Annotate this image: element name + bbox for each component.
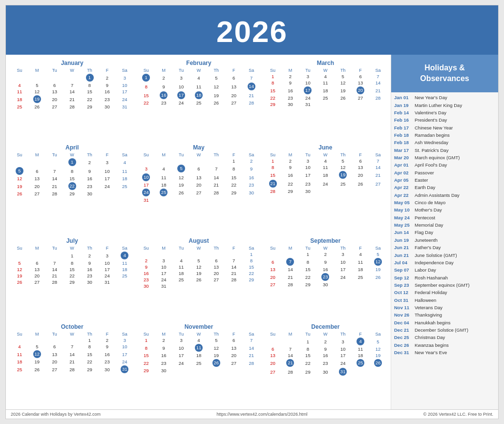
cal-table-september: SuMTuWThFSa 12345 6789101112 13141516171… xyxy=(264,245,387,288)
holiday-item: Feb 14Valentine's Day xyxy=(394,109,495,116)
holiday-item: Dec 26Kwanzaa begins xyxy=(394,341,495,349)
holiday-item: Sep 07Labor Day xyxy=(394,267,495,274)
holiday-name: Pentecost xyxy=(415,215,435,221)
holiday-item: Dec 25Christmas Day xyxy=(394,334,495,341)
cal-table-march: SuMTuWThFSa 1234567 891011121314 1516171… xyxy=(264,67,387,107)
month-title-october: October xyxy=(11,323,133,330)
holiday-item: Apr 05Easter xyxy=(394,177,495,184)
holiday-name: Martin Luther King Day xyxy=(415,103,462,108)
holiday-name: Memorial Day xyxy=(415,222,443,228)
month-october: October SuMTuWThFSa 123 45678910 1112131… xyxy=(10,322,134,407)
holiday-item: Nov 11Veterans Day xyxy=(394,304,495,311)
holiday-name: Flag Day xyxy=(415,230,433,235)
holiday-date: Feb 17 xyxy=(394,125,412,131)
holiday-item: Apr 01April Fool's Day xyxy=(394,162,495,169)
footer-left: 2026 Calendar with Holidays by Vertex42.… xyxy=(11,412,101,417)
holiday-date: Apr 22 xyxy=(394,192,412,198)
holiday-name: Veterans Day xyxy=(415,305,442,311)
holiday-date: Nov 26 xyxy=(394,312,412,318)
cal-table-november: SuMTuWThFSa 1234567 891011121314 1516171… xyxy=(137,331,260,374)
cal-table-february: SuMTuWThFSa 1234567 891011121314 1516171… xyxy=(137,67,260,106)
month-title-february: February xyxy=(137,60,260,66)
month-august: August SuMTuWThFSa 1 2345678 91011121314… xyxy=(136,236,261,320)
holiday-item: Mar 17St. Patrick's Day xyxy=(394,147,495,154)
holiday-name: Chinese New Year xyxy=(415,125,453,131)
year-banner: 2026 xyxy=(6,5,498,55)
page: 2026 January SuMTuWThFSa 123 45678910 11… xyxy=(5,5,499,419)
holidays-list: Jan 01New Year's DayJan 19Martin Luther … xyxy=(391,92,498,409)
holiday-date: Dec 26 xyxy=(394,342,412,348)
month-april: April SuMTuWThFSa 1234 567891011 1213141… xyxy=(10,143,134,234)
holiday-date: Apr 02 xyxy=(394,170,412,176)
holiday-name: Juneteenth xyxy=(415,237,438,243)
holidays-header: Holidays &Observances xyxy=(391,55,498,92)
month-march: March SuMTuWThFSa 1234567 891011121314 1… xyxy=(263,59,388,141)
holiday-item: May 10Mother's Day xyxy=(394,207,495,214)
holiday-date: Oct 12 xyxy=(394,290,412,296)
holiday-date: Apr 01 xyxy=(394,162,412,168)
month-february: February SuMTuWThFSa 1234567 89101112131… xyxy=(136,59,261,141)
holiday-item: Feb 18Ash Wednesday xyxy=(394,139,495,147)
holiday-item: Sep 23September equinox (GMT) xyxy=(394,281,495,289)
holiday-date: Mar 17 xyxy=(394,148,412,153)
holiday-item: Jul 04Independence Day xyxy=(394,259,495,266)
holiday-date: May 10 xyxy=(394,207,412,213)
month-september: September SuMTuWThFSa 12345 6789101112 1… xyxy=(263,236,388,320)
month-title-december: December xyxy=(264,323,387,330)
month-title-july: July xyxy=(11,237,133,244)
holiday-item: Dec 31New Year's Eve xyxy=(394,349,495,356)
holiday-name: Rosh Hashanah xyxy=(415,275,448,281)
holiday-item: Apr 22Earth Day xyxy=(394,184,495,191)
holiday-date: Nov 11 xyxy=(394,305,412,311)
holiday-date: Dec 25 xyxy=(394,335,412,340)
holiday-name: Valentine's Day xyxy=(415,110,446,116)
holiday-name: Mother's Day xyxy=(415,207,442,213)
holiday-date: Apr 22 xyxy=(394,185,412,191)
holiday-date: Oct 31 xyxy=(394,297,412,303)
holiday-date: Jan 01 xyxy=(394,95,412,101)
month-december: December SuMTuWThFSa 12345 6789101112 13… xyxy=(263,322,388,407)
month-title-january: January xyxy=(11,60,133,66)
holiday-name: Halloween xyxy=(415,297,436,303)
holiday-date: Sep 23 xyxy=(394,282,412,288)
holiday-name: December Solstice (GMT) xyxy=(415,327,468,333)
month-title-june: June xyxy=(264,144,387,151)
holiday-name: Hanukkah begins xyxy=(415,320,450,326)
holiday-name: President's Day xyxy=(415,117,447,123)
holiday-date: May 25 xyxy=(394,222,412,228)
holiday-date: Apr 05 xyxy=(394,177,412,183)
calendar-area: January SuMTuWThFSa 123 45678910 1112131… xyxy=(6,55,391,409)
holiday-name: Cinco de Mayo xyxy=(415,200,445,206)
holiday-date: Jul 04 xyxy=(394,260,412,266)
holiday-item: Mar 20March equinox (GMT) xyxy=(394,154,495,162)
holiday-item: Apr 22Admin Assistants Day xyxy=(394,191,495,199)
holiday-date: May 24 xyxy=(394,215,412,221)
holiday-name: Thanksgiving xyxy=(415,312,442,318)
holiday-item: Oct 31Halloween xyxy=(394,297,495,304)
holiday-name: Federal Holiday xyxy=(415,290,447,296)
holiday-item: Jun 14Flag Day xyxy=(394,229,495,236)
holiday-date: Jun 14 xyxy=(394,230,412,235)
footer-center: https://www.vertex42.com/calendars/2026.… xyxy=(216,412,307,417)
holiday-item: May 24Pentecost xyxy=(394,214,495,221)
cal-table-may: SuMTuWThFSa 12 3456789 10111213141516 17… xyxy=(137,152,260,203)
holiday-date: Feb 14 xyxy=(394,110,412,116)
holiday-item: Jan 01New Year's Day xyxy=(394,94,495,102)
holiday-item: Jun 19Juneteenth xyxy=(394,236,495,244)
holiday-name: March equinox (GMT) xyxy=(415,155,460,161)
year-text: 2026 xyxy=(216,15,288,48)
cal-table-june: SuMTuWThFSa 1234567 891011121314 1516171… xyxy=(264,152,387,194)
holiday-date: Feb 16 xyxy=(394,117,412,123)
month-title-november: November xyxy=(137,323,260,330)
holiday-name: Kwanzaa begins xyxy=(415,342,449,348)
holiday-item: Dec 21December Solstice (GMT) xyxy=(394,326,495,334)
holiday-name: New Year's Eve xyxy=(415,350,447,356)
holiday-item: Nov 26Thanksgiving xyxy=(394,312,495,319)
holiday-name: Independence Day xyxy=(415,260,454,266)
holiday-name: April Fool's Day xyxy=(415,162,447,168)
holiday-date: Mar 20 xyxy=(394,155,412,161)
holiday-name: Ash Wednesday xyxy=(415,140,448,146)
holiday-item: Feb 17Chinese New Year xyxy=(394,124,495,131)
holiday-name: Admin Assistants Day xyxy=(415,192,460,198)
holiday-date: Jun 21 xyxy=(394,253,412,258)
